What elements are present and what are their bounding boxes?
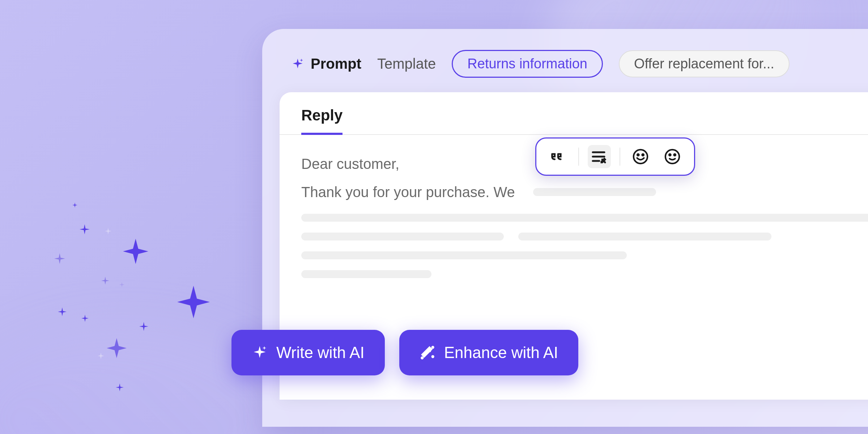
ai-action-buttons: Write with AI Enhance with AI — [231, 330, 578, 375]
tab-prompt[interactable]: Prompt — [291, 56, 361, 72]
decorative-sparkles — [65, 203, 246, 383]
emoji-button-1[interactable] — [629, 145, 652, 168]
quote-icon — [550, 149, 566, 165]
skeleton-placeholder — [518, 233, 771, 241]
magic-wand-icon — [420, 345, 435, 361]
chip-returns-label: Returns information — [467, 56, 587, 72]
divider — [578, 148, 579, 166]
quote-button[interactable] — [546, 145, 570, 168]
reply-body-text: Thank you for your purchase. We — [301, 181, 515, 203]
smile-icon — [632, 148, 649, 165]
skeleton-placeholder — [301, 233, 504, 241]
smile-icon — [664, 148, 681, 165]
reply-tab[interactable]: Reply — [301, 107, 342, 135]
reply-tab-label: Reply — [301, 107, 342, 124]
chip-offer-replacement[interactable]: Offer replacement for... — [619, 50, 790, 77]
enhance-with-ai-button[interactable]: Enhance with AI — [399, 330, 579, 375]
svg-point-11 — [432, 356, 434, 357]
svg-point-4 — [637, 154, 639, 156]
svg-point-8 — [674, 154, 676, 156]
ai-edit-button[interactable] — [588, 145, 611, 168]
svg-point-10 — [421, 357, 423, 359]
skeleton-placeholder — [301, 270, 431, 278]
formatting-toolbar — [535, 137, 695, 176]
sparkle-icon — [291, 58, 304, 71]
svg-point-5 — [642, 154, 644, 156]
header-tabs: Prompt Template Returns information Offe… — [262, 29, 868, 92]
svg-point-7 — [669, 154, 671, 156]
skeleton-placeholder — [301, 214, 868, 222]
edit-lines-icon — [591, 148, 608, 165]
enhance-button-label: Enhance with AI — [444, 344, 558, 362]
write-with-ai-button[interactable]: Write with AI — [231, 330, 385, 375]
emoji-button-2[interactable] — [661, 145, 684, 168]
divider — [620, 148, 620, 166]
tab-template-label: Template — [377, 56, 436, 72]
chip-offer-label: Offer replacement for... — [634, 56, 774, 72]
skeleton-placeholder — [301, 251, 627, 259]
svg-point-6 — [665, 150, 679, 163]
write-button-label: Write with AI — [276, 344, 365, 362]
reply-header: Reply — [280, 92, 868, 135]
tab-template[interactable]: Template — [377, 56, 436, 72]
svg-point-9 — [432, 347, 434, 348]
tab-prompt-label: Prompt — [311, 56, 361, 72]
svg-point-3 — [634, 150, 647, 163]
skeleton-placeholder — [533, 188, 656, 196]
chip-returns-information[interactable]: Returns information — [452, 50, 603, 78]
sparkle-icon — [252, 345, 268, 361]
